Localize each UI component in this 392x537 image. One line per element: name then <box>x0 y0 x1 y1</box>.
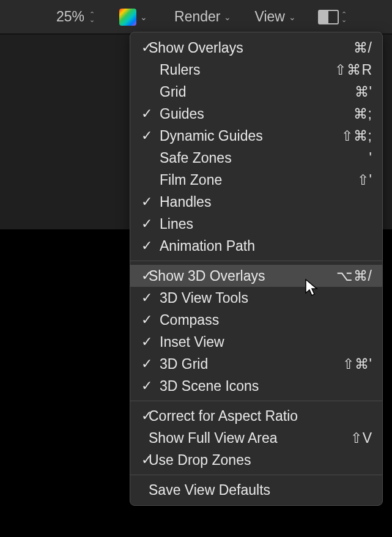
checkmark-icon: ✓ <box>138 216 156 232</box>
menu-shortcut: ' <box>324 150 372 166</box>
menu-shortcut: ⌥⌘/ <box>324 268 372 284</box>
menu-item-label: Use Drop Zones <box>145 452 324 468</box>
menu-item-show-full-view-area[interactable]: Show Full View Area⇧V <box>130 427 382 449</box>
menu-item-3d-scene-icons[interactable]: ✓3D Scene Icons <box>130 375 382 397</box>
menu-item-save-view-defaults[interactable]: Save View Defaults <box>130 479 382 501</box>
menu-item-label: Rulers <box>156 62 324 78</box>
menu-separator <box>130 261 382 261</box>
chevron-down-icon: ⌄ <box>224 12 231 22</box>
zoom-control[interactable]: 25% ⌃⌄ <box>51 6 100 28</box>
menu-item-animation-path[interactable]: ✓Animation Path <box>130 235 382 257</box>
menu-item-show-3d-overlays[interactable]: ✓Show 3D Overlays⌥⌘/ <box>130 265 382 287</box>
menu-item-label: Safe Zones <box>156 150 324 166</box>
menu-shortcut: ⇧V <box>324 430 372 446</box>
menu-item-film-zone[interactable]: Film Zone⇧' <box>130 169 382 191</box>
menu-item-label: Film Zone <box>156 172 324 188</box>
zoom-value: 25% <box>56 9 84 25</box>
checkmark-icon: ✓ <box>138 312 156 328</box>
menu-shortcut: ⇧' <box>324 172 372 188</box>
stepper-icon: ⌃⌄ <box>89 12 95 23</box>
menu-item-label: Guides <box>156 106 324 122</box>
chevron-down-icon: ⌄ <box>140 12 147 22</box>
menu-item-label: Animation Path <box>156 238 324 254</box>
view-dropdown[interactable]: View ⌄ <box>250 6 300 28</box>
menu-item-rulers[interactable]: Rulers⇧⌘R <box>130 59 382 81</box>
checkmark-icon: ✓ <box>138 128 156 144</box>
menu-item-label: Show Overlays <box>145 40 324 56</box>
view-label: View <box>254 9 284 25</box>
menu-item-label: 3D View Tools <box>156 290 324 306</box>
checkmark-icon: ✓ <box>138 106 156 122</box>
menu-item-3d-grid[interactable]: ✓3D Grid⇧⌘' <box>130 353 382 375</box>
menu-item-use-drop-zones[interactable]: ✓Use Drop Zones <box>130 449 382 471</box>
menu-shortcut: ⌘; <box>324 106 372 122</box>
view-menu: ✓Show Overlays⌘/Rulers⇧⌘RGrid⌘'✓Guides⌘;… <box>130 32 383 506</box>
menu-item-lines[interactable]: ✓Lines <box>130 213 382 235</box>
checkmark-icon: ✓ <box>138 334 156 350</box>
checkmark-icon: ✓ <box>138 290 156 306</box>
menu-item-label: Save View Defaults <box>145 482 324 498</box>
layout-dropdown[interactable]: ⌃⌄ <box>318 10 347 24</box>
menu-item-label: 3D Scene Icons <box>156 378 324 394</box>
split-pane-icon <box>318 10 339 24</box>
menu-item-dynamic-guides[interactable]: ✓Dynamic Guides⇧⌘; <box>130 125 382 147</box>
menu-item-label: 3D Grid <box>156 356 324 372</box>
chevron-down-icon: ⌄ <box>289 12 296 22</box>
menu-item-3d-view-tools[interactable]: ✓3D View Tools <box>130 287 382 309</box>
menu-shortcut: ⌘/ <box>324 40 372 56</box>
menu-shortcut: ⇧⌘R <box>324 62 372 78</box>
menu-item-label: Show 3D Overlays <box>145 268 324 284</box>
menu-item-label: Correct for Aspect Ratio <box>145 408 324 424</box>
menu-item-inset-view[interactable]: ✓Inset View <box>130 331 382 353</box>
menu-item-grid[interactable]: Grid⌘' <box>130 81 382 103</box>
stepper-icon: ⌃⌄ <box>341 12 347 23</box>
menu-item-label: Grid <box>156 84 324 100</box>
menu-separator <box>130 475 382 475</box>
checkmark-icon: ✓ <box>138 238 156 254</box>
menu-shortcut: ⌘' <box>324 84 372 100</box>
menu-item-correct-for-aspect-ratio[interactable]: ✓Correct for Aspect Ratio <box>130 405 382 427</box>
menu-shortcut: ⇧⌘; <box>324 128 372 144</box>
menu-item-compass[interactable]: ✓Compass <box>130 309 382 331</box>
color-swatch-icon <box>119 9 136 26</box>
toolbar: 25% ⌃⌄ ⌄ Render ⌄ View ⌄ ⌃⌄ <box>0 0 392 34</box>
menu-item-label: Show Full View Area <box>145 430 324 446</box>
render-dropdown[interactable]: Render ⌄ <box>169 6 236 28</box>
menu-item-safe-zones[interactable]: Safe Zones' <box>130 147 382 169</box>
render-label: Render <box>174 9 220 25</box>
menu-item-show-overlays[interactable]: ✓Show Overlays⌘/ <box>130 37 382 59</box>
menu-separator <box>130 401 382 401</box>
checkmark-icon: ✓ <box>138 378 156 394</box>
menu-item-label: Lines <box>156 216 324 232</box>
menu-item-guides[interactable]: ✓Guides⌘; <box>130 103 382 125</box>
menu-shortcut: ⇧⌘' <box>324 356 372 372</box>
menu-item-label: Handles <box>156 194 324 210</box>
menu-item-label: Compass <box>156 312 324 328</box>
menu-item-label: Dynamic Guides <box>156 128 324 144</box>
checkmark-icon: ✓ <box>138 194 156 210</box>
menu-item-handles[interactable]: ✓Handles <box>130 191 382 213</box>
checkmark-icon: ✓ <box>138 356 156 372</box>
color-dropdown[interactable]: ⌄ <box>102 6 152 28</box>
menu-item-label: Inset View <box>156 334 324 350</box>
